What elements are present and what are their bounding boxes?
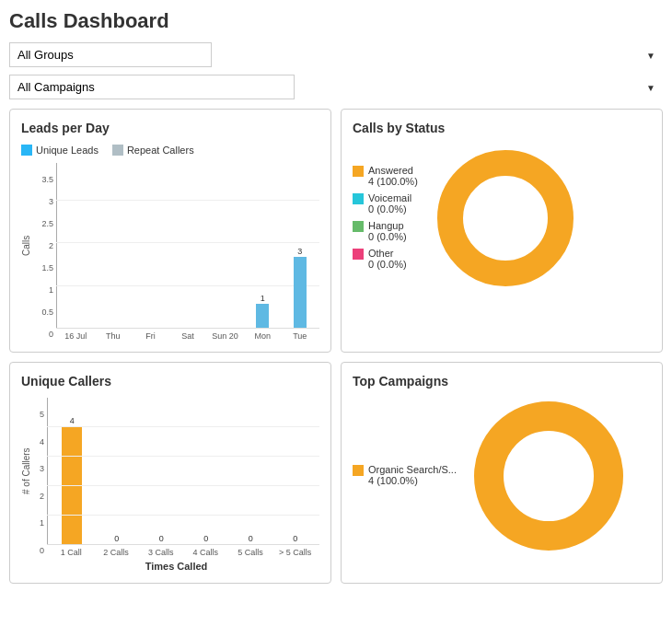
voicemail-label: Voicemail — [368, 192, 411, 203]
leads-chart-body: Calls 0 0.5 1 1.5 2 2.5 3 3.5 — [21, 163, 319, 341]
hangup-value: 0 (0.0%) — [368, 231, 407, 242]
other-label: Other — [368, 248, 407, 259]
donut-svg: 4 — [432, 145, 579, 292]
unique-bars: 4 0 0 — [47, 398, 319, 545]
calls-by-status-card: Calls by Status Answered 4 (100.0%) Voic… — [341, 109, 663, 353]
legend-answered: Answered 4 (100.0%) — [353, 165, 418, 187]
legend-organic: Organic Search/S... 4 (100.0%) — [353, 464, 457, 486]
unique-x-labels: 1 Call 2 Calls 3 Calls 4 Calls 5 Calls >… — [47, 545, 319, 557]
top-campaigns-donut: 4 — [470, 398, 627, 557]
organic-color — [353, 465, 364, 476]
calls-by-status-title: Calls by Status — [353, 121, 651, 135]
leads-chart-inner: 0 0.5 1 1.5 2 2.5 3 3.5 — [33, 163, 319, 341]
top-campaigns-content: Organic Search/S... 4 (100.0%) 4 — [353, 398, 651, 557]
voicemail-value: 0 (0.0%) — [368, 203, 411, 215]
leads-y-axis-label: Calls — [21, 163, 31, 329]
hangup-label: Hangup — [368, 220, 407, 231]
leads-y-ticks: 0 0.5 1 1.5 2 2.5 3 3.5 — [33, 175, 56, 341]
bar-mon-label: 1 — [261, 294, 265, 303]
calls-status-donut: 4 — [432, 145, 579, 295]
campaigns-legend: Organic Search/S... 4 (100.0%) — [353, 464, 457, 492]
donut-center-label: 4 — [500, 218, 511, 238]
page-title: Calls Dashboard — [9, 9, 663, 33]
leads-bars: 1 3 — [56, 163, 319, 329]
voicemail-color — [353, 193, 364, 204]
bar-mon: 1 — [247, 294, 278, 328]
legend-other: Other 0 (0.0%) — [353, 248, 418, 270]
unique-callers-title: Unique Callers — [21, 374, 319, 389]
groups-select[interactable]: All GroupsGroup 1Group 2 — [9, 42, 212, 67]
organic-value: 4 (100.0%) — [368, 475, 457, 486]
legend-hangup: Hangup 0 (0.0%) — [353, 220, 418, 242]
campaigns-donut-label: 4 — [543, 474, 555, 497]
legend-unique-label: Unique Leads — [36, 145, 98, 156]
legend-repeat: Repeat Callers — [112, 145, 194, 156]
bar-3calls: 0 — [143, 534, 180, 544]
top-campaigns-title: Top Campaigns — [353, 374, 651, 389]
leads-bars-container: 1 3 — [56, 163, 319, 341]
top-campaigns-card: Top Campaigns Organic Search/S... 4 (100… — [341, 362, 663, 584]
unique-x-axis-title: Times Called — [33, 561, 319, 572]
unique-y-ticks: 0 1 2 3 4 5 — [33, 410, 47, 557]
repeat-callers-color — [112, 145, 123, 156]
bar-2calls: 0 — [98, 534, 136, 544]
other-value: 0 (0.0%) — [368, 259, 407, 270]
calls-status-legend: Answered 4 (100.0%) Voicemail 0 (0.0%) H… — [353, 165, 418, 275]
dashboard-grid: Leads per Day Unique Leads Repeat Caller… — [9, 109, 663, 584]
bar-tue-repeat — [294, 257, 307, 328]
answered-color — [353, 166, 364, 177]
legend-voicemail: Voicemail 0 (0.0%) — [353, 192, 418, 215]
bar-1call-fill — [62, 426, 82, 544]
leads-per-day-title: Leads per Day — [21, 121, 319, 135]
unique-callers-card: Unique Callers # of Callers 0 1 2 3 4 5 — [9, 362, 331, 584]
legend-repeat-label: Repeat Callers — [127, 145, 194, 156]
unique-chart-body: # of Callers 0 1 2 3 4 5 — [21, 398, 319, 572]
bar-tue-label: 3 — [297, 247, 302, 256]
campaigns-donut-svg: 4 — [470, 398, 627, 554]
unique-leads-color — [21, 145, 32, 156]
campaigns-select[interactable]: All CampaignsCampaign 1Campaign 2 — [9, 75, 295, 99]
leads-chart: Unique Leads Repeat Callers Calls 0 — [21, 145, 319, 341]
campaigns-filter-wrapper: All CampaignsCampaign 1Campaign 2 — [9, 75, 663, 99]
bar-4calls: 0 — [188, 534, 226, 544]
bar-mon-repeat — [256, 304, 269, 328]
unique-y-axis-label: # of Callers — [21, 398, 31, 545]
leads-x-labels: 16 Jul Thu Fri Sat Sun 20 Mon Tue — [56, 329, 319, 341]
leads-legend: Unique Leads Repeat Callers — [21, 145, 319, 156]
bar-tue: 3 — [284, 247, 316, 328]
answered-label: Answered — [368, 165, 418, 176]
bar-1call: 4 — [53, 416, 91, 544]
bar-gt5calls: 0 — [277, 534, 315, 544]
leads-per-day-card: Leads per Day Unique Leads Repeat Caller… — [9, 109, 331, 353]
bar-5calls: 0 — [232, 534, 270, 544]
unique-chart-inner: 0 1 2 3 4 5 — [33, 398, 319, 557]
organic-label: Organic Search/S... — [368, 464, 457, 475]
hangup-color — [353, 221, 364, 232]
other-color — [353, 249, 364, 260]
groups-filter-wrapper: All GroupsGroup 1Group 2 — [9, 42, 663, 67]
answered-value: 4 (100.0%) — [368, 176, 418, 187]
legend-unique: Unique Leads — [21, 145, 98, 156]
calls-by-status-content: Answered 4 (100.0%) Voicemail 0 (0.0%) H… — [353, 145, 651, 295]
